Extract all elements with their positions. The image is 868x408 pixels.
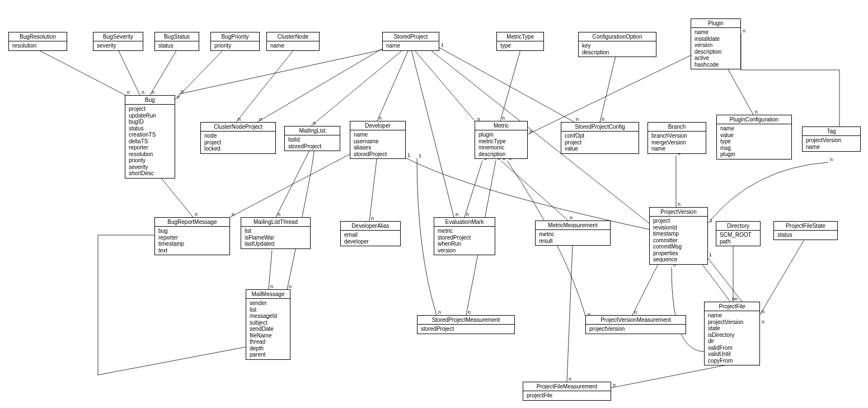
entity-evaluationmark: EvaluationMarkmetricstoredProjectwhenRun… bbox=[434, 217, 495, 255]
entity-title: BugResolution bbox=[9, 32, 67, 41]
entity-attrs: nodeprojectlocked bbox=[201, 132, 275, 153]
entity-attr: severity bbox=[129, 164, 171, 171]
entity-attr: installdate bbox=[695, 36, 737, 43]
svg-text:n: n bbox=[152, 90, 154, 95]
entity-attr: plugin bbox=[478, 132, 524, 138]
entity-attr: name bbox=[720, 125, 788, 132]
svg-text:n: n bbox=[195, 212, 198, 217]
entity-attrs: confOptprojectvalue bbox=[561, 132, 639, 153]
entity-attr: creationTS bbox=[129, 132, 171, 138]
entity-attr: type bbox=[720, 138, 788, 145]
entity-title: BugSeverity bbox=[93, 32, 143, 41]
entity-title: BugStatus bbox=[155, 32, 199, 41]
entity-attrs: resolution bbox=[9, 41, 67, 50]
entity-attr: node bbox=[204, 133, 272, 139]
entity-attr: list bbox=[245, 228, 307, 235]
svg-text:n: n bbox=[313, 120, 316, 126]
entity-attr: shortDesc bbox=[129, 170, 171, 177]
entity-developer: DevelopernameusernamealiasesstoredProjec… bbox=[350, 121, 406, 159]
entity-attr: confOpt bbox=[565, 133, 635, 139]
entity-attr: state bbox=[708, 325, 756, 332]
entity-attrs: metricstoredProjectwhenRunversion bbox=[434, 227, 495, 255]
svg-text:1: 1 bbox=[441, 42, 444, 48]
entity-title: StoredProjectConfig bbox=[561, 123, 639, 132]
entity-attr: metricType bbox=[478, 138, 524, 145]
svg-text:n: n bbox=[735, 296, 738, 302]
svg-text:n: n bbox=[678, 201, 681, 207]
entity-title: Branch bbox=[648, 123, 706, 132]
entity-configurationoption: ConfigurationOptionkeydescription bbox=[578, 32, 656, 57]
svg-text:n: n bbox=[181, 88, 184, 94]
entity-title: StoredProjectMeasurement bbox=[417, 316, 514, 325]
entity-attr: username bbox=[354, 138, 402, 145]
entity-projectfilestate: ProjectFileStatestatus bbox=[773, 221, 838, 240]
entity-attr: description bbox=[695, 49, 737, 55]
entity-attr: project bbox=[565, 139, 635, 146]
entity-title: Metric bbox=[475, 121, 527, 130]
entity-title: ProjectFile bbox=[705, 302, 759, 311]
entity-attr: developer bbox=[344, 238, 397, 245]
entity-attr: msg bbox=[720, 145, 788, 152]
entity-metrictype: MetricTypetype bbox=[496, 32, 544, 51]
entity-title: ClusterNode bbox=[267, 32, 319, 41]
svg-text:n: n bbox=[830, 157, 833, 162]
entity-mailmessage: MailMessagesenderlistmessageIdsubjectsen… bbox=[246, 289, 290, 360]
entity-attr: lastUpdated bbox=[245, 241, 307, 247]
svg-text:n: n bbox=[142, 90, 144, 95]
entity-title: Plugin bbox=[691, 19, 740, 28]
entity-title: ProjectFileMeasurement bbox=[523, 382, 611, 391]
entity-bugstatus: BugStatusstatus bbox=[154, 32, 199, 51]
entity-attr: timestamp bbox=[158, 241, 226, 247]
entity-attrs: nameinstalldateversiondescriptionactiveh… bbox=[691, 28, 740, 69]
entity-attr: sender bbox=[250, 300, 287, 307]
entity-attr: SCM_ROOT bbox=[720, 232, 757, 238]
entity-attr: branchVersion bbox=[651, 133, 702, 139]
entity-attr: metric bbox=[539, 231, 607, 238]
entity-attrs: listisFlameWarlastUpdated bbox=[241, 227, 310, 248]
entity-attrs: bugreportertimestamptext bbox=[155, 227, 229, 255]
svg-text:n: n bbox=[569, 376, 571, 382]
svg-text:1: 1 bbox=[709, 252, 712, 257]
entity-attr: severity bbox=[97, 43, 139, 49]
entity-attr: mnemonic bbox=[478, 144, 524, 151]
svg-text:1: 1 bbox=[407, 152, 410, 158]
svg-text:n: n bbox=[529, 129, 532, 134]
entity-directory: DirectorySCM_ROOTpath bbox=[716, 221, 761, 246]
entity-attr: projectVersion bbox=[806, 137, 857, 144]
svg-text:n: n bbox=[576, 116, 579, 122]
entity-storedprojectconfig: StoredProjectConfigconfOptprojectvalue bbox=[561, 122, 639, 154]
svg-text:n: n bbox=[762, 319, 764, 325]
entity-attr: plugin bbox=[720, 151, 788, 158]
entity-attr: locked bbox=[204, 146, 272, 152]
svg-text:n: n bbox=[289, 284, 292, 289]
entity-clusternode: ClusterNodename bbox=[266, 32, 320, 51]
entity-attrs: listIdstoredProject bbox=[285, 135, 340, 151]
entity-projectversionmeasurement: ProjectVersionMeasurementprojectVersion bbox=[585, 315, 686, 334]
entity-title: ConfigurationOption bbox=[579, 32, 656, 41]
entity-branch: BranchbranchVersionmergeVersionname bbox=[648, 122, 706, 154]
entity-title: MailMessage bbox=[246, 290, 290, 299]
entity-attr: isFlameWar bbox=[245, 235, 307, 241]
entity-title: Tag bbox=[803, 127, 860, 136]
entity-attr: updateRun bbox=[129, 112, 171, 119]
entity-attr: name bbox=[354, 132, 402, 138]
entity-mailinglist: MailingListlistIdstoredProject bbox=[284, 126, 340, 151]
svg-text:1: 1 bbox=[419, 153, 421, 158]
entity-attr: description bbox=[582, 49, 653, 56]
entity-title: MailingListThread bbox=[241, 218, 310, 227]
svg-text:n: n bbox=[466, 212, 469, 217]
entity-storedproject: StoredProjectname bbox=[382, 32, 439, 51]
entity-attr: bug bbox=[158, 228, 226, 235]
entity-attrs: SCM_ROOTpath bbox=[716, 231, 760, 246]
svg-text:1: 1 bbox=[710, 218, 712, 223]
entity-attr: copyFrom bbox=[708, 358, 756, 364]
entity-attr: path bbox=[720, 238, 757, 245]
svg-text:n: n bbox=[127, 90, 130, 95]
entity-attr: name bbox=[695, 29, 737, 36]
entity-attr: text bbox=[158, 247, 226, 254]
entity-attrs: storedProject bbox=[417, 325, 514, 334]
svg-text:n: n bbox=[732, 296, 735, 302]
svg-text:n: n bbox=[371, 215, 374, 221]
entity-attr: version bbox=[695, 42, 737, 49]
entity-title: ProjectVersionMeasurement bbox=[586, 316, 686, 325]
